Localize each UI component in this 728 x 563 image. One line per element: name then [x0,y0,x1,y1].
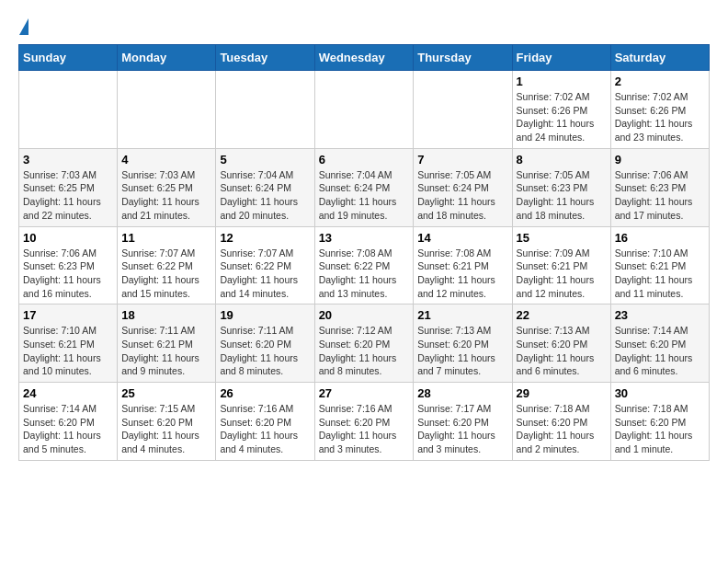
day-info: Sunrise: 7:07 AM Sunset: 6:22 PM Dayligh… [121,247,211,301]
day-number: 14 [417,231,507,245]
weekday-header-friday: Friday [512,45,610,71]
weekday-header-wednesday: Wednesday [314,45,414,71]
day-info: Sunrise: 7:11 AM Sunset: 6:21 PM Dayligh… [121,324,211,378]
calendar-cell: 8Sunrise: 7:05 AM Sunset: 6:23 PM Daylig… [512,148,610,226]
weekday-header-monday: Monday [118,45,216,71]
calendar-cell: 28Sunrise: 7:17 AM Sunset: 6:20 PM Dayli… [414,383,512,461]
day-info: Sunrise: 7:04 AM Sunset: 6:24 PM Dayligh… [220,168,310,223]
day-info: Sunrise: 7:10 AM Sunset: 6:21 PM Dayligh… [615,247,705,301]
calendar-cell: 26Sunrise: 7:16 AM Sunset: 6:20 PM Dayli… [216,383,314,461]
day-info: Sunrise: 7:17 AM Sunset: 6:20 PM Dayligh… [417,402,507,456]
calendar-cell: 18Sunrise: 7:11 AM Sunset: 6:21 PM Dayli… [118,304,216,383]
day-info: Sunrise: 7:04 AM Sunset: 6:24 PM Dayligh… [319,168,410,223]
calendar-cell: 12Sunrise: 7:07 AM Sunset: 6:22 PM Dayli… [216,226,314,304]
day-number: 30 [615,386,705,400]
day-number: 16 [615,231,705,245]
calendar-cell: 24Sunrise: 7:14 AM Sunset: 6:20 PM Dayli… [19,383,118,461]
calendar-cell [118,71,216,149]
day-info: Sunrise: 7:08 AM Sunset: 6:21 PM Dayligh… [417,247,507,301]
calendar-cell: 10Sunrise: 7:06 AM Sunset: 6:23 PM Dayli… [19,226,118,304]
weekday-header-thursday: Thursday [414,45,512,71]
day-number: 21 [417,308,507,322]
day-info: Sunrise: 7:02 AM Sunset: 6:26 PM Dayligh… [615,90,705,144]
day-number: 17 [23,308,113,322]
day-info: Sunrise: 7:18 AM Sunset: 6:20 PM Dayligh… [615,402,705,456]
calendar-cell: 3Sunrise: 7:03 AM Sunset: 6:25 PM Daylig… [19,148,118,226]
calendar-week-row: 24Sunrise: 7:14 AM Sunset: 6:20 PM Dayli… [19,383,710,461]
calendar-week-row: 3Sunrise: 7:03 AM Sunset: 6:25 PM Daylig… [19,148,710,226]
weekday-header-row: SundayMondayTuesdayWednesdayThursdayFrid… [19,45,710,71]
calendar-cell: 21Sunrise: 7:13 AM Sunset: 6:20 PM Dayli… [414,304,512,383]
day-info: Sunrise: 7:11 AM Sunset: 6:20 PM Dayligh… [220,324,310,378]
calendar-week-row: 10Sunrise: 7:06 AM Sunset: 6:23 PM Dayli… [19,226,710,304]
calendar-cell: 7Sunrise: 7:05 AM Sunset: 6:24 PM Daylig… [414,148,512,226]
calendar-cell: 15Sunrise: 7:09 AM Sunset: 6:21 PM Dayli… [512,226,610,304]
day-number: 11 [121,231,211,245]
calendar-cell [216,71,314,149]
calendar-cell: 9Sunrise: 7:06 AM Sunset: 6:23 PM Daylig… [610,148,709,226]
calendar-cell: 14Sunrise: 7:08 AM Sunset: 6:21 PM Dayli… [414,226,512,304]
weekday-header-tuesday: Tuesday [216,45,314,71]
weekday-header-saturday: Saturday [610,45,709,71]
day-info: Sunrise: 7:07 AM Sunset: 6:22 PM Dayligh… [220,247,310,301]
day-number: 23 [615,308,705,322]
day-number: 22 [517,308,607,322]
day-number: 4 [121,153,211,167]
calendar-cell [414,71,512,149]
day-info: Sunrise: 7:13 AM Sunset: 6:20 PM Dayligh… [517,324,607,378]
day-info: Sunrise: 7:05 AM Sunset: 6:24 PM Dayligh… [417,168,507,223]
calendar-cell: 22Sunrise: 7:13 AM Sunset: 6:20 PM Dayli… [512,304,610,383]
day-info: Sunrise: 7:03 AM Sunset: 6:25 PM Dayligh… [121,168,211,223]
page-header [18,18,710,35]
day-info: Sunrise: 7:10 AM Sunset: 6:21 PM Dayligh… [23,324,113,378]
logo-triangle-icon [19,18,28,35]
calendar-cell: 25Sunrise: 7:15 AM Sunset: 6:20 PM Dayli… [118,383,216,461]
calendar-cell: 17Sunrise: 7:10 AM Sunset: 6:21 PM Dayli… [19,304,118,383]
day-number: 7 [417,153,507,167]
calendar-cell: 13Sunrise: 7:08 AM Sunset: 6:22 PM Dayli… [314,226,414,304]
weekday-header-sunday: Sunday [19,45,118,71]
calendar-cell: 27Sunrise: 7:16 AM Sunset: 6:20 PM Dayli… [314,383,414,461]
day-number: 24 [23,386,113,400]
day-info: Sunrise: 7:18 AM Sunset: 6:20 PM Dayligh… [517,402,607,456]
day-info: Sunrise: 7:13 AM Sunset: 6:20 PM Dayligh… [417,324,507,378]
day-info: Sunrise: 7:03 AM Sunset: 6:25 PM Dayligh… [23,168,113,223]
day-info: Sunrise: 7:06 AM Sunset: 6:23 PM Dayligh… [615,168,705,223]
calendar-cell: 29Sunrise: 7:18 AM Sunset: 6:20 PM Dayli… [512,383,610,461]
day-info: Sunrise: 7:06 AM Sunset: 6:23 PM Dayligh… [23,247,113,301]
day-number: 27 [319,386,410,400]
day-info: Sunrise: 7:08 AM Sunset: 6:22 PM Dayligh… [319,247,410,301]
day-info: Sunrise: 7:14 AM Sunset: 6:20 PM Dayligh… [615,324,705,378]
calendar-cell: 23Sunrise: 7:14 AM Sunset: 6:20 PM Dayli… [610,304,709,383]
day-number: 15 [517,231,607,245]
day-number: 20 [319,308,410,322]
day-number: 9 [615,153,705,167]
day-number: 25 [121,386,211,400]
calendar-cell: 2Sunrise: 7:02 AM Sunset: 6:26 PM Daylig… [610,71,709,149]
calendar-cell: 19Sunrise: 7:11 AM Sunset: 6:20 PM Dayli… [216,304,314,383]
calendar-table: SundayMondayTuesdayWednesdayThursdayFrid… [18,44,710,461]
calendar-cell: 16Sunrise: 7:10 AM Sunset: 6:21 PM Dayli… [610,226,709,304]
day-info: Sunrise: 7:05 AM Sunset: 6:23 PM Dayligh… [517,168,607,223]
day-number: 1 [517,75,607,88]
calendar-cell: 5Sunrise: 7:04 AM Sunset: 6:24 PM Daylig… [216,148,314,226]
day-number: 28 [417,386,507,400]
day-info: Sunrise: 7:15 AM Sunset: 6:20 PM Dayligh… [121,402,211,456]
day-info: Sunrise: 7:12 AM Sunset: 6:20 PM Dayligh… [319,324,410,378]
day-number: 10 [23,231,113,245]
day-number: 8 [517,153,607,167]
calendar-cell: 11Sunrise: 7:07 AM Sunset: 6:22 PM Dayli… [118,226,216,304]
calendar-cell: 4Sunrise: 7:03 AM Sunset: 6:25 PM Daylig… [118,148,216,226]
day-info: Sunrise: 7:16 AM Sunset: 6:20 PM Dayligh… [220,402,310,456]
calendar-cell [19,71,118,149]
calendar-cell [314,71,414,149]
calendar-cell: 20Sunrise: 7:12 AM Sunset: 6:20 PM Dayli… [314,304,414,383]
day-number: 12 [220,231,310,245]
day-number: 5 [220,153,310,167]
calendar-cell: 1Sunrise: 7:02 AM Sunset: 6:26 PM Daylig… [512,71,610,149]
day-number: 13 [319,231,410,245]
day-number: 26 [220,386,310,400]
calendar-week-row: 17Sunrise: 7:10 AM Sunset: 6:21 PM Dayli… [19,304,710,383]
day-info: Sunrise: 7:09 AM Sunset: 6:21 PM Dayligh… [517,247,607,301]
day-info: Sunrise: 7:16 AM Sunset: 6:20 PM Dayligh… [319,402,410,456]
